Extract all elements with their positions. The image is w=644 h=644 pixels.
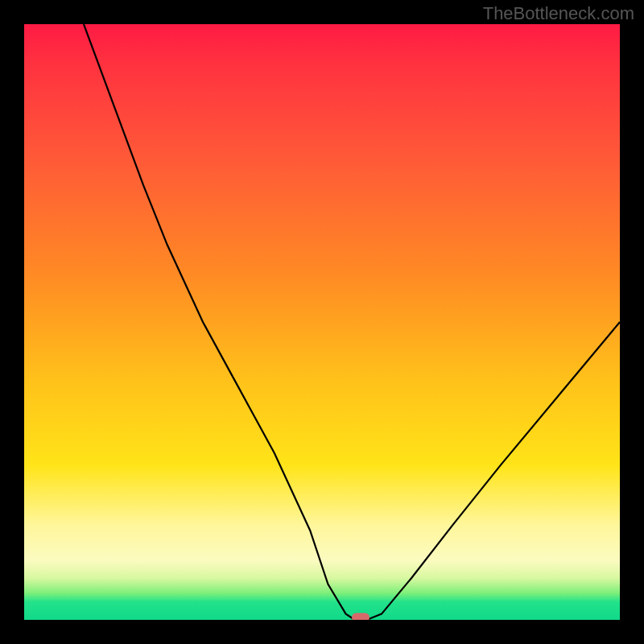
curve-layer [24,24,620,620]
chart-frame: TheBottleneck.com [0,0,644,644]
watermark-text: TheBottleneck.com [483,3,634,24]
minimum-marker [352,613,369,621]
bottleneck-curve [84,24,620,620]
plot-area [24,24,620,620]
